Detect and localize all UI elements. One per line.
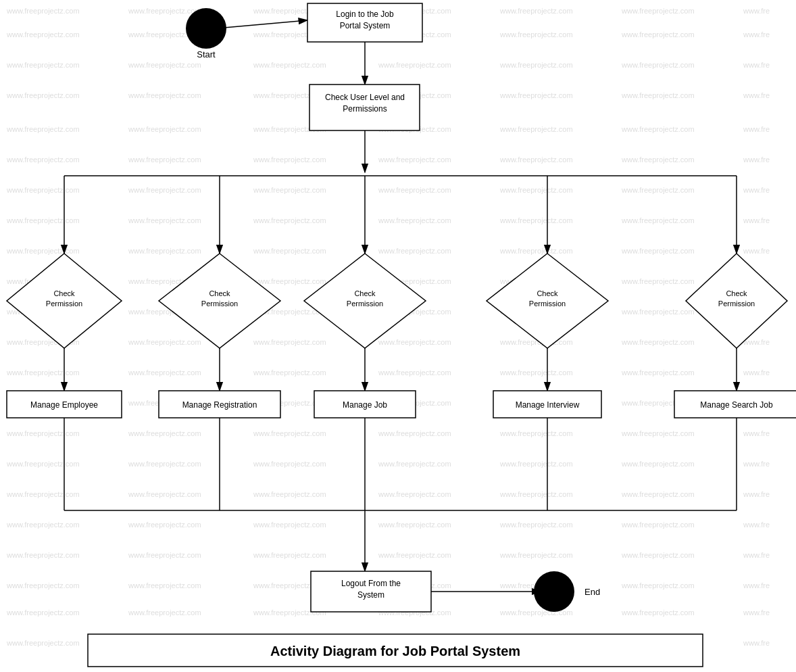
svg-text:www.freeprojectz.com: www.freeprojectz.com	[378, 216, 451, 224]
svg-text:www.freeprojectz.com: www.freeprojectz.com	[128, 608, 201, 617]
svg-text:www.freeprojectz.com: www.freeprojectz.com	[621, 125, 695, 133]
svg-text:www.freeprojectz.com: www.freeprojectz.com	[253, 61, 326, 69]
svg-text:www.freeprojectz.com: www.freeprojectz.com	[6, 186, 80, 194]
svg-text:www.freeprojectz.com: www.freeprojectz.com	[499, 91, 573, 99]
svg-text:www.freeprojectz.com: www.freeprojectz.com	[6, 7, 80, 15]
diamond3-text2: Permission	[347, 299, 383, 308]
svg-text:www.fre: www.fre	[743, 368, 770, 377]
start-label: Start	[197, 49, 216, 59]
svg-text:www.freeprojectz.com: www.freeprojectz.com	[253, 247, 326, 255]
svg-text:www.freeprojectz.com: www.freeprojectz.com	[128, 521, 201, 529]
svg-text:www.freeprojectz.com: www.freeprojectz.com	[6, 608, 80, 617]
svg-text:www.freeprojectz.com: www.freeprojectz.com	[253, 155, 326, 164]
manage-employee-text: Manage Employee	[30, 400, 98, 410]
svg-text:www.freeprojectz.com: www.freeprojectz.com	[378, 368, 451, 377]
logout-text2: System	[357, 590, 384, 600]
logout-text1: Logout From the	[341, 579, 401, 588]
svg-text:www.freeprojectz.com: www.freeprojectz.com	[378, 429, 451, 437]
svg-text:www.freeprojectz.com: www.freeprojectz.com	[128, 429, 201, 437]
svg-text:www.freeprojectz.com: www.freeprojectz.com	[621, 608, 695, 617]
svg-text:www.freeprojectz.com: www.freeprojectz.com	[6, 216, 80, 224]
start-circle	[186, 8, 226, 49]
end-circle	[534, 571, 574, 612]
svg-text:www.freeprojectz.com: www.freeprojectz.com	[253, 216, 326, 224]
svg-text:www.freeprojectz.com: www.freeprojectz.com	[499, 429, 573, 437]
svg-text:www.freeprojectz.com: www.freeprojectz.com	[621, 338, 695, 346]
svg-text:www.freeprojectz.com: www.freeprojectz.com	[621, 460, 695, 468]
diamond2-text2: Permission	[201, 299, 238, 308]
svg-text:www.freeprojectz.com: www.freeprojectz.com	[621, 30, 695, 39]
svg-text:www.freeprojectz.com: www.freeprojectz.com	[499, 247, 573, 255]
svg-text:www.freeprojectz.com: www.freeprojectz.com	[6, 551, 80, 559]
svg-text:www.freeprojectz.com: www.freeprojectz.com	[621, 521, 695, 529]
svg-text:www.freeprojectz.com: www.freeprojectz.com	[499, 125, 573, 133]
svg-text:www.freeprojectz.com: www.freeprojectz.com	[253, 277, 326, 285]
diagram-container: www.freeprojectz.com www.freeprojectz.co…	[0, 0, 796, 672]
diamond1-text2: Permission	[46, 299, 82, 308]
svg-text:www.freeprojectz.com: www.freeprojectz.com	[6, 639, 80, 647]
svg-text:www.freeprojectz.com: www.freeprojectz.com	[499, 30, 573, 39]
svg-text:www.fre: www.fre	[743, 460, 770, 468]
diamond3-text1: Check	[354, 289, 376, 297]
svg-text:www.fre: www.fre	[743, 247, 770, 255]
svg-text:www.freeprojectz.com: www.freeprojectz.com	[499, 460, 573, 468]
svg-text:www.freeprojectz.com: www.freeprojectz.com	[499, 7, 573, 15]
svg-text:www.freeprojectz.com: www.freeprojectz.com	[378, 61, 451, 69]
svg-text:www.freeprojectz.com: www.freeprojectz.com	[253, 368, 326, 377]
svg-text:www.freeprojectz.com: www.freeprojectz.com	[253, 429, 326, 437]
svg-text:www.freeprojectz.com: www.freeprojectz.com	[378, 155, 451, 164]
svg-text:www.freeprojectz.com: www.freeprojectz.com	[128, 490, 201, 498]
svg-text:www.freeprojectz.com: www.freeprojectz.com	[621, 186, 695, 194]
svg-text:www.freeprojectz.com: www.freeprojectz.com	[378, 247, 451, 255]
svg-text:www.freeprojectz.com: www.freeprojectz.com	[6, 429, 80, 437]
svg-text:www.fre: www.fre	[743, 91, 770, 99]
svg-text:www.freeprojectz.com: www.freeprojectz.com	[621, 368, 695, 377]
svg-text:www.freeprojectz.com: www.freeprojectz.com	[621, 490, 695, 498]
svg-text:www.freeprojectz.com: www.freeprojectz.com	[621, 155, 695, 164]
svg-text:www.fre: www.fre	[743, 216, 770, 224]
svg-text:www.freeprojectz.com: www.freeprojectz.com	[253, 490, 326, 498]
svg-text:www.freeprojectz.com: www.freeprojectz.com	[499, 490, 573, 498]
svg-text:www.freeprojectz.com: www.freeprojectz.com	[378, 460, 451, 468]
svg-text:www.freeprojectz.com: www.freeprojectz.com	[253, 460, 326, 468]
svg-text:www.freeprojectz.com: www.freeprojectz.com	[128, 460, 201, 468]
manage-search-job-text: Manage Search Job	[700, 400, 773, 410]
diamond2-text1: Check	[209, 289, 230, 297]
svg-text:www.freeprojectz.com: www.freeprojectz.com	[6, 490, 80, 498]
svg-text:www.freeprojectz.com: www.freeprojectz.com	[378, 521, 451, 529]
svg-text:www.fre: www.fre	[743, 581, 770, 590]
svg-text:www.freeprojectz.com: www.freeprojectz.com	[6, 368, 80, 377]
svg-text:www.fre: www.fre	[743, 521, 770, 529]
svg-text:www.fre: www.fre	[743, 608, 770, 617]
svg-text:www.freeprojectz.com: www.freeprojectz.com	[621, 308, 695, 316]
svg-text:www.fre: www.fre	[743, 186, 770, 194]
manage-registration-text: Manage Registration	[182, 400, 257, 410]
svg-text:www.freeprojectz.com: www.freeprojectz.com	[128, 7, 201, 15]
svg-text:www.freeprojectz.com: www.freeprojectz.com	[253, 521, 326, 529]
svg-text:www.fre: www.fre	[743, 155, 770, 164]
manage-interview-text: Manage Interview	[516, 400, 580, 410]
check-perms-line2: Permissions	[343, 104, 387, 114]
svg-text:www.freeprojectz.com: www.freeprojectz.com	[128, 91, 201, 99]
svg-text:www.freeprojectz.com: www.freeprojectz.com	[6, 91, 80, 99]
svg-text:www.freeprojectz.com: www.freeprojectz.com	[128, 125, 201, 133]
svg-text:www.freeprojectz.com: www.freeprojectz.com	[378, 551, 451, 559]
svg-text:www.freeprojectz.com: www.freeprojectz.com	[128, 155, 201, 164]
svg-text:www.freeprojectz.com: www.freeprojectz.com	[499, 551, 573, 559]
arrow-start-to-login	[216, 20, 307, 28]
svg-text:www.freeprojectz.com: www.freeprojectz.com	[6, 125, 80, 133]
svg-text:www.freeprojectz.com: www.freeprojectz.com	[6, 581, 80, 590]
svg-text:www.freeprojectz.com: www.freeprojectz.com	[499, 216, 573, 224]
login-text-line2: Portal System	[340, 21, 391, 30]
svg-text:www.freeprojectz.com: www.freeprojectz.com	[253, 551, 326, 559]
svg-text:www.freeprojectz.com: www.freeprojectz.com	[6, 247, 80, 255]
diamond1-text1: Check	[53, 289, 75, 297]
diamond5-text1: Check	[726, 289, 747, 297]
svg-text:www.freeprojectz.com: www.freeprojectz.com	[621, 7, 695, 15]
svg-text:www.freeprojectz.com: www.freeprojectz.com	[6, 155, 80, 164]
svg-text:www.fre: www.fre	[743, 429, 770, 437]
login-text-line1: Login to the Job	[336, 9, 394, 19]
diamond4-text2: Permission	[529, 299, 566, 308]
svg-text:www.freeprojectz.com: www.freeprojectz.com	[621, 216, 695, 224]
svg-text:www.freeprojectz.com: www.freeprojectz.com	[6, 61, 80, 69]
